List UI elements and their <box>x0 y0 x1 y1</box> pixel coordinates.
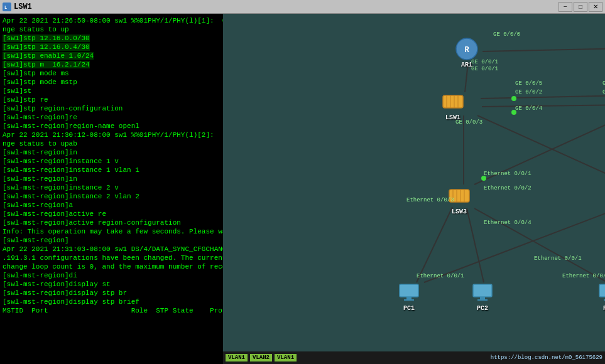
terminal-line-9: [swl]stp re <box>3 95 221 104</box>
terminal-line-28: change loop count is 0, and the maximum … <box>3 262 221 271</box>
title-bar-left: L LSW1 <box>3 3 32 11</box>
svg-line-16 <box>424 207 605 282</box>
topology-svg <box>223 14 605 364</box>
terminal-line-21: [swl-mst-region]a <box>3 201 221 210</box>
svg-line-5 <box>481 95 605 99</box>
terminal-line-29: [swl-mst-region]di <box>3 271 221 280</box>
terminal-line-25: [swl-mst-region] <box>3 236 221 245</box>
window-title: LSW1 <box>14 3 32 11</box>
topology-panel: R AR1 ISP ISP LSW1 <box>223 14 605 364</box>
terminal-line-15: [swl-mst-region]in <box>3 148 221 157</box>
restore-button[interactable]: □ <box>574 2 587 12</box>
svg-line-6 <box>482 105 605 107</box>
terminal-line-17: [swl-mst-region]instance 1 vlan 1 <box>3 166 221 174</box>
terminal-line-27: .191.3.1 configurations have been change… <box>3 254 221 262</box>
terminal-line-6: [swl]stp mode ms <box>3 69 221 78</box>
window-controls: − □ ✕ <box>559 2 602 12</box>
terminal-line-31: [swl-mst-region]display stp br <box>3 289 221 297</box>
terminal-line-7: [swl]stp mode mstp <box>3 78 221 87</box>
vlan2-badge: VLAN2 <box>250 354 272 361</box>
svg-line-3 <box>465 63 468 92</box>
svg-line-9 <box>474 115 605 185</box>
terminal-line-16: [swl-mst-region]instance 1 v <box>3 157 221 166</box>
terminal-line-20: [swl-mst-region]instance 2 vlan 2 <box>3 192 221 201</box>
terminal-line-3: [sw1]stp 12.16.0.4/30 <box>3 43 221 51</box>
svg-line-11 <box>417 207 452 282</box>
terminal-line-22: [swl-mst-region]active re <box>3 210 221 218</box>
vlan1-badge-2: VLAN1 <box>275 354 297 361</box>
minimize-button[interactable]: − <box>559 2 572 12</box>
terminal-line-0: Apr 22 2021 21:26:50-08:00 sw1 %%01PHY/1… <box>3 16 221 25</box>
main-container: Apr 22 2021 21:26:50-08:00 sw1 %%01PHY/1… <box>0 14 605 364</box>
svg-line-12 <box>467 208 484 282</box>
terminal-line-18: [swl-mst-region]in <box>3 174 221 183</box>
blog-url[interactable]: https://blog.csdn.net/m0_56175629 <box>491 355 602 361</box>
terminal-line-33: MSTID Port Role STP State Protection <box>3 306 221 315</box>
terminal-line-11: [swl-mst-region]re <box>3 113 221 122</box>
terminal-line-2: [sw1]stp 12.16.0.0/30 <box>3 34 221 43</box>
title-bar: L LSW1 − □ ✕ <box>0 0 605 14</box>
terminal-line-26: Apr 22 2021 21:31:03-08:00 sw1 DS/4/DATA… <box>3 245 221 254</box>
terminal-line-19: [swl-mst-region]instance 2 v <box>3 183 221 192</box>
terminal-line-10: [swl]stp region-configuration <box>3 104 221 113</box>
terminal-line-12: [swl-mst-region]region-name openl <box>3 122 221 131</box>
terminal-line-24: Info: This operation may take a few seco… <box>3 227 221 236</box>
terminal-panel[interactable]: Apr 22 2021 21:26:50-08:00 sw1 %%01PHY/1… <box>0 14 223 364</box>
app-icon: L <box>3 3 11 11</box>
terminal-line-32: [swl-mst-region]display stp brief <box>3 297 221 306</box>
terminal-line-8: [swl]st <box>3 87 221 95</box>
vlan1-badge-1: VLAN1 <box>226 354 248 361</box>
bottom-bar: VLAN1 VLAN2 VLAN1 https://blog.csdn.net/… <box>223 351 605 364</box>
terminal-line-1: nge status to up <box>3 25 221 34</box>
svg-line-2 <box>482 48 605 51</box>
close-button[interactable]: ✕ <box>589 2 602 12</box>
terminal-line-30: [swl-mst-region]display st <box>3 280 221 289</box>
terminal-line-13: Apr 22 2021 21:30:12-08:00 sw1 %%01PHY/1… <box>3 131 221 139</box>
svg-line-15 <box>474 208 605 282</box>
svg-text:L: L <box>4 5 7 10</box>
terminal-line-5: [sw1]stp m 16.2.1/24 <box>3 60 221 69</box>
terminal-line-14: nge status to upab <box>3 139 221 148</box>
terminal-line-23: [swl-mst-region]active region-configurat… <box>3 218 221 227</box>
terminal-line-4: [sw1]stp enable 1.0/24 <box>3 51 221 60</box>
